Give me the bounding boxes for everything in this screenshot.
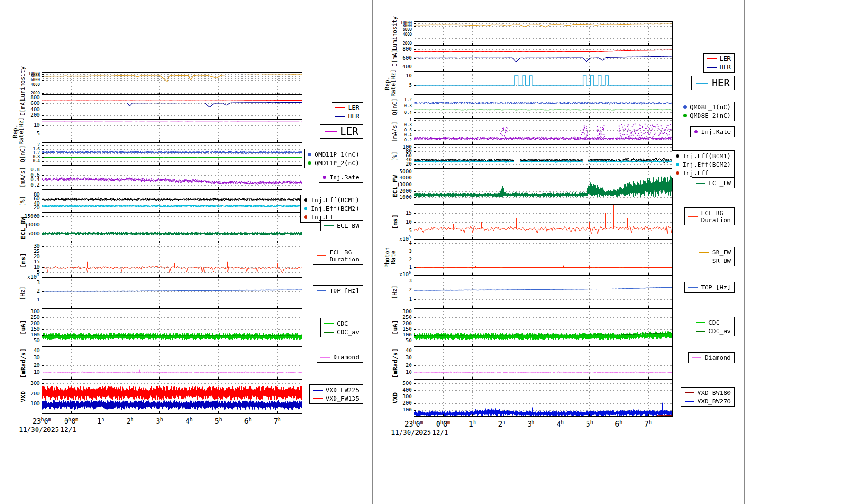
y-tick-label: 300 — [12, 381, 40, 386]
legend-label: CDC — [708, 319, 719, 326]
legend-label: ECL_FW — [708, 179, 731, 187]
x-tick-label: 23h0m — [25, 416, 58, 425]
legend-box: TOP [Hz] — [684, 282, 735, 293]
top-border-line — [0, 1, 857, 1]
legend-label: HER — [720, 64, 731, 71]
legend-box: ECL BG Duration — [313, 247, 363, 265]
legend-item: QMD11P_2(nC) — [308, 159, 359, 167]
line-marker-icon — [317, 255, 326, 256]
x-tick-label: 3h — [143, 416, 176, 425]
legend-box: VXD_BW180VXD_BW270 — [681, 387, 735, 407]
line-marker-icon — [696, 322, 705, 323]
date-label: 11/30/2025 — [391, 429, 431, 436]
legend-box: CDCCDC_av — [320, 318, 363, 337]
legend-item: TOP [Hz] — [317, 287, 359, 294]
dot-marker-icon — [694, 130, 698, 133]
subplot-left-top-canvas — [42, 278, 302, 308]
legend-box: TOP [Hz] — [313, 285, 363, 296]
legend-item: Inj.Eff(BCM1) — [676, 152, 731, 159]
legend-item: CDC — [696, 319, 731, 326]
subplot-left-inj-eff-canvas — [42, 190, 302, 213]
y-tick-label: 400 — [384, 387, 412, 393]
y-tick-label: 0.4 — [12, 159, 40, 164]
legend-label: VXD_FW135 — [326, 395, 359, 402]
legend-label: TOP [Hz] — [329, 287, 359, 294]
panel-divider-left — [372, 0, 373, 504]
legend-item: VXD_BW180 — [685, 389, 731, 396]
legend-item: ECL_BW — [324, 222, 359, 229]
subplot-left-current-canvas — [42, 95, 302, 120]
subplot-right-vxd-canvas — [414, 380, 673, 417]
y-axis-label-line: VXD — [20, 391, 26, 402]
legend-box: LER — [320, 124, 363, 139]
legend-label: TOP [Hz] — [701, 284, 731, 291]
line-marker-icon — [692, 357, 701, 358]
y-tick-label: 2 — [384, 287, 412, 293]
y-axis-label-line: VXD — [392, 392, 398, 403]
legend-item: Inj.Eff — [676, 169, 731, 177]
y-tick-label: 4000 — [384, 32, 412, 37]
date-label: 12/1 — [432, 429, 448, 436]
legend-label: QMD11P_2(nC) — [315, 159, 359, 167]
legend-box: Inj.Rate — [319, 172, 363, 183]
legend-box: LERHER — [703, 53, 735, 73]
legend-item: CDC_av — [324, 328, 359, 336]
legend-label: CDC_av — [708, 327, 731, 335]
legend-box: QMD8E_1(nC)QMD8E_2(nC) — [680, 102, 735, 121]
legend-item: SR_FW — [699, 249, 731, 256]
legend-box: QMD11P_1(nC)QMD11P_2(nC) — [304, 149, 363, 168]
legend-label: ECL_BW — [337, 222, 359, 229]
legend-label: HER — [712, 77, 730, 89]
line-marker-icon — [317, 290, 326, 291]
subplot-left-inj-rate-canvas — [42, 165, 302, 190]
y-tick-label: 800 — [384, 47, 412, 52]
dot-marker-icon — [304, 207, 307, 210]
dot-marker-icon — [676, 163, 679, 166]
legend-item: LER — [707, 55, 731, 62]
dot-marker-icon — [683, 114, 687, 117]
legend-item: CDC_av — [696, 327, 731, 335]
subplot-left-ecl-bw-canvas — [42, 213, 302, 243]
subplot-left-rep-rate-canvas — [42, 120, 302, 142]
legend-label: Inj.Eff(BCM2) — [682, 161, 731, 168]
x-tick-label: 7h — [261, 416, 294, 425]
axis-exponent-label: x106 — [10, 272, 39, 280]
y-tick-label: 1 — [12, 297, 40, 303]
legend-item: LER — [325, 126, 358, 137]
panel-divider-right — [744, 0, 745, 504]
legend-box: CDCCDC_av — [692, 317, 735, 336]
subplot-right-charge-canvas — [414, 95, 673, 119]
legend-box: Inj.Rate — [690, 126, 735, 137]
y-tick-label: 2 — [12, 289, 40, 294]
y-tick-label: 3 — [12, 280, 40, 286]
dot-marker-icon — [304, 198, 307, 202]
legend-label: SR_BW — [712, 257, 731, 264]
legend-item: HER — [696, 77, 730, 89]
date-label: 12/1 — [60, 426, 76, 433]
line-marker-icon — [688, 287, 698, 288]
legend-item: Inj.Eff — [304, 214, 359, 221]
y-tick-label: 50 — [12, 338, 40, 344]
legend-item: ECL_FW — [696, 179, 731, 187]
legend-label: VXD_BW180 — [698, 389, 731, 396]
subplot-right-inj-eff-canvas — [414, 145, 673, 168]
legend-label: CDC_av — [337, 328, 359, 336]
dot-marker-icon — [683, 105, 687, 109]
line-marker-icon — [324, 323, 334, 324]
y-tick-label: 50 — [384, 338, 412, 344]
legend-box: Inj.Eff(BCM1)Inj.Eff(BCM2)Inj.Eff — [672, 150, 735, 178]
line-marker-icon — [325, 131, 337, 132]
legend-item: HER — [707, 64, 731, 71]
y-tick-label: 500 — [384, 381, 412, 386]
subplot-left-diamond-canvas — [42, 346, 302, 380]
y-axis-label-line: Rate — [391, 251, 397, 264]
legend-item: VXD_BW270 — [685, 398, 731, 405]
x-tick-label: 0h0m — [55, 416, 88, 425]
line-marker-icon — [696, 83, 708, 84]
y-tick-label: 20 — [384, 161, 412, 167]
x-tick-label: 0h0m — [427, 419, 460, 428]
line-marker-icon — [313, 398, 323, 399]
legend-item: VXD_FW135 — [313, 395, 359, 402]
line-marker-icon — [685, 401, 694, 402]
subplot-left-cdc-canvas — [42, 308, 302, 346]
